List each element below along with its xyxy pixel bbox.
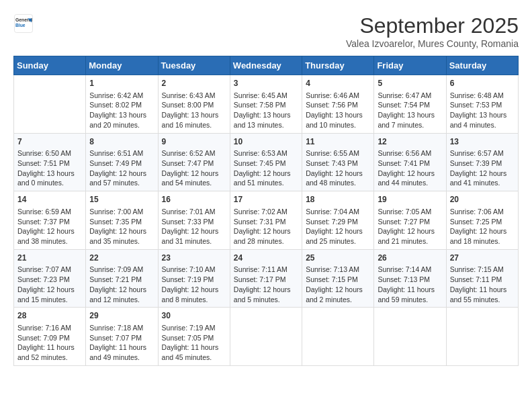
svg-text:Blue: Blue [15, 23, 26, 28]
calendar-cell: 1Sunrise: 6:42 AMSunset: 8:02 PMDaylight… [86, 75, 158, 134]
calendar-week-row: 21Sunrise: 7:07 AMSunset: 7:23 PMDayligh… [14, 249, 519, 308]
calendar-cell: 20Sunrise: 7:06 AMSunset: 7:25 PMDayligh… [446, 191, 518, 250]
day-number: 13 [450, 136, 515, 148]
day-number: 30 [162, 310, 226, 322]
day-info: Sunset: 7:47 PM [162, 158, 226, 169]
day-number: 24 [234, 253, 298, 264]
calendar-cell: 14Sunrise: 6:59 AMSunset: 7:37 PMDayligh… [14, 191, 86, 250]
calendar-cell: 29Sunrise: 7:18 AMSunset: 7:07 PMDayligh… [86, 308, 158, 366]
day-info: Daylight: 12 hours and 15 minutes. [17, 285, 82, 304]
day-info: Daylight: 12 hours and 18 minutes. [450, 226, 515, 246]
day-info: Sunrise: 6:59 AM [17, 207, 82, 217]
calendar-cell: 7Sunrise: 6:50 AMSunset: 7:51 PMDaylight… [14, 133, 86, 191]
day-number: 29 [89, 310, 154, 322]
weekday-header: Friday [374, 56, 446, 75]
day-info: Sunrise: 7:02 AM [234, 207, 298, 217]
day-info: Sunset: 7:53 PM [450, 100, 515, 110]
day-info: Sunset: 7:58 PM [234, 100, 298, 110]
day-info: Daylight: 11 hours and 52 minutes. [17, 342, 82, 362]
calendar-cell: 22Sunrise: 7:09 AMSunset: 7:21 PMDayligh… [86, 249, 158, 308]
day-info: Daylight: 12 hours and 54 minutes. [162, 169, 226, 188]
day-number: 8 [89, 136, 154, 148]
day-info: Daylight: 12 hours and 31 minutes. [162, 226, 226, 246]
calendar-cell: 21Sunrise: 7:07 AMSunset: 7:23 PMDayligh… [14, 249, 86, 308]
location-subtitle: Valea Izvoarelor, Mures County, Romania [346, 38, 519, 49]
calendar-cell: 25Sunrise: 7:13 AMSunset: 7:15 PMDayligh… [302, 249, 374, 308]
day-info: Sunrise: 6:50 AM [17, 148, 82, 158]
calendar-week-row: 14Sunrise: 6:59 AMSunset: 7:37 PMDayligh… [14, 191, 519, 250]
day-number: 3 [234, 78, 298, 89]
calendar-cell: 9Sunrise: 6:52 AMSunset: 7:47 PMDaylight… [158, 133, 230, 191]
calendar-week-row: 1Sunrise: 6:42 AMSunset: 8:02 PMDaylight… [14, 75, 519, 134]
day-number: 10 [234, 136, 298, 148]
day-info: Sunset: 7:31 PM [234, 217, 298, 227]
day-info: Sunrise: 7:05 AM [378, 207, 442, 217]
calendar-cell: 4Sunrise: 6:46 AMSunset: 7:56 PMDaylight… [302, 75, 374, 134]
day-info: Sunrise: 6:53 AM [234, 148, 298, 158]
calendar-cell [374, 308, 446, 366]
day-info: Daylight: 12 hours and 28 minutes. [234, 226, 298, 246]
weekday-header: Saturday [446, 56, 518, 75]
day-number: 21 [17, 253, 82, 264]
day-info: Daylight: 13 hours and 20 minutes. [89, 110, 154, 130]
day-info: Sunset: 7:07 PM [89, 333, 154, 343]
day-info: Sunrise: 7:10 AM [162, 265, 226, 275]
day-number: 18 [306, 194, 370, 205]
day-info: Daylight: 12 hours and 21 minutes. [378, 226, 442, 246]
calendar-cell [230, 308, 302, 366]
weekday-header: Wednesday [230, 56, 302, 75]
day-info: Daylight: 12 hours and 41 minutes. [450, 169, 515, 188]
day-info: Daylight: 12 hours and 57 minutes. [89, 169, 154, 188]
day-info: Sunset: 7:27 PM [378, 217, 442, 227]
day-info: Sunset: 7:09 PM [17, 333, 82, 343]
month-title: September 2025 [346, 13, 519, 38]
day-number: 1 [89, 78, 154, 89]
day-info: Sunset: 7:15 PM [306, 275, 370, 285]
title-block: September 2025 Valea Izvoarelor, Mures C… [346, 13, 519, 49]
day-info: Sunset: 7:29 PM [306, 217, 370, 227]
day-number: 28 [17, 310, 82, 322]
day-info: Daylight: 12 hours and 48 minutes. [306, 169, 370, 188]
day-info: Daylight: 12 hours and 51 minutes. [234, 169, 298, 188]
day-info: Daylight: 12 hours and 8 minutes. [162, 285, 226, 304]
day-info: Sunrise: 7:16 AM [17, 323, 82, 333]
day-info: Sunrise: 6:47 AM [378, 91, 442, 101]
day-info: Daylight: 13 hours and 7 minutes. [378, 110, 442, 130]
day-info: Sunrise: 6:56 AM [378, 148, 442, 158]
day-number: 4 [306, 78, 370, 89]
day-info: Sunrise: 6:51 AM [89, 148, 154, 158]
day-info: Sunset: 7:11 PM [450, 275, 515, 285]
day-info: Sunset: 7:23 PM [17, 275, 82, 285]
calendar-cell: 11Sunrise: 6:55 AMSunset: 7:43 PMDayligh… [302, 133, 374, 191]
day-info: Sunrise: 6:43 AM [162, 91, 226, 101]
calendar-cell: 5Sunrise: 6:47 AMSunset: 7:54 PMDaylight… [374, 75, 446, 134]
day-info: Daylight: 12 hours and 5 minutes. [234, 285, 298, 304]
day-number: 20 [450, 194, 515, 205]
calendar-cell: 24Sunrise: 7:11 AMSunset: 7:17 PMDayligh… [230, 249, 302, 308]
day-info: Sunset: 7:56 PM [306, 100, 370, 110]
day-info: Sunrise: 7:13 AM [306, 265, 370, 275]
day-number: 23 [162, 253, 226, 264]
day-info: Sunrise: 7:14 AM [378, 265, 442, 275]
day-info: Sunset: 7:49 PM [89, 158, 154, 169]
day-info: Daylight: 12 hours and 12 minutes. [89, 285, 154, 304]
day-info: Sunset: 8:02 PM [89, 100, 154, 110]
day-info: Daylight: 12 hours and 44 minutes. [378, 169, 442, 188]
calendar-cell: 6Sunrise: 6:48 AMSunset: 7:53 PMDaylight… [446, 75, 518, 134]
calendar-week-row: 28Sunrise: 7:16 AMSunset: 7:09 PMDayligh… [14, 308, 519, 366]
day-number: 27 [450, 253, 515, 264]
calendar-cell: 3Sunrise: 6:45 AMSunset: 7:58 PMDaylight… [230, 75, 302, 134]
calendar-cell: 27Sunrise: 7:15 AMSunset: 7:11 PMDayligh… [446, 249, 518, 308]
day-number: 5 [378, 78, 442, 89]
weekday-header: Sunday [14, 56, 86, 75]
day-info: Sunset: 7:39 PM [450, 158, 515, 169]
day-info: Daylight: 12 hours and 25 minutes. [306, 226, 370, 246]
calendar-cell: 23Sunrise: 7:10 AMSunset: 7:19 PMDayligh… [158, 249, 230, 308]
weekday-header: Monday [86, 56, 158, 75]
day-number: 11 [306, 136, 370, 148]
calendar-cell: 10Sunrise: 6:53 AMSunset: 7:45 PMDayligh… [230, 133, 302, 191]
day-number: 15 [89, 194, 154, 205]
day-info: Sunrise: 7:00 AM [89, 207, 154, 217]
day-info: Sunset: 7:25 PM [450, 217, 515, 227]
calendar-cell [446, 308, 518, 366]
